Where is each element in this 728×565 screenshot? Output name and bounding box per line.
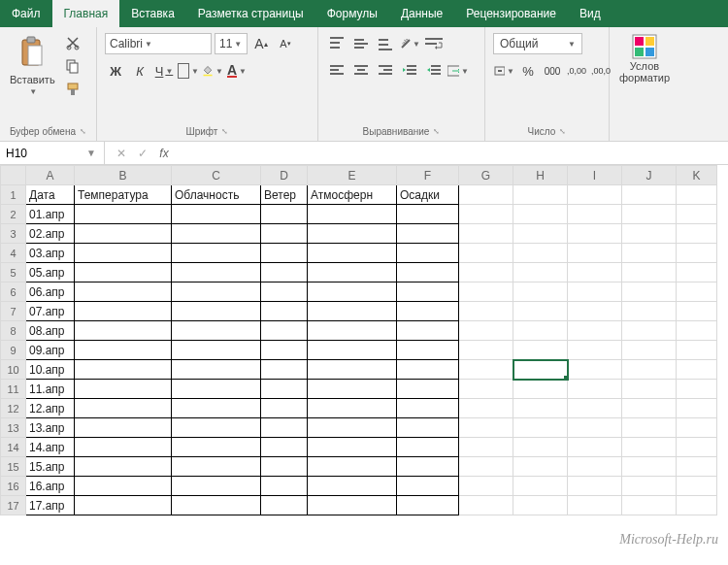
cell-E16[interactable]	[308, 477, 397, 496]
cell-K1[interactable]	[677, 185, 717, 205]
bold-button[interactable]: Ж	[105, 60, 126, 82]
underline-button[interactable]: Ч▼	[153, 60, 175, 82]
cell-J9[interactable]	[622, 341, 677, 360]
cell-I14[interactable]	[568, 438, 622, 457]
column-header-I[interactable]: I	[568, 166, 622, 185]
cell-G3[interactable]	[459, 224, 513, 244]
cell-E1[interactable]: Атмосферн	[308, 185, 397, 205]
cell-E10[interactable]	[308, 360, 397, 380]
cell-F3[interactable]	[397, 224, 459, 244]
cell-K16[interactable]	[677, 477, 717, 496]
cell-E6[interactable]	[308, 282, 397, 302]
tab-review[interactable]: Рецензирование	[454, 0, 568, 27]
row-header-11[interactable]: 11	[1, 380, 26, 399]
cell-K4[interactable]	[677, 244, 717, 263]
cell-G8[interactable]	[459, 321, 513, 341]
cell-C1[interactable]: Облачность	[172, 185, 261, 205]
cell-H12[interactable]	[513, 399, 568, 418]
cell-C2[interactable]	[172, 205, 261, 224]
font-color-button[interactable]: А▼	[226, 60, 248, 82]
cell-B9[interactable]	[75, 341, 172, 360]
cell-A11[interactable]: 11.апр	[26, 380, 75, 399]
cell-K7[interactable]	[677, 302, 717, 321]
row-header-15[interactable]: 15	[1, 457, 26, 477]
cell-A13[interactable]: 13.апр	[26, 418, 75, 438]
comma-format-icon[interactable]: 000	[542, 60, 563, 82]
cell-F14[interactable]	[397, 438, 459, 457]
cell-E4[interactable]	[308, 244, 397, 263]
cell-J6[interactable]	[622, 282, 677, 302]
cell-C8[interactable]	[172, 321, 261, 341]
cell-H6[interactable]	[513, 282, 568, 302]
cell-G4[interactable]	[459, 244, 513, 263]
cell-K5[interactable]	[677, 263, 717, 282]
cell-I2[interactable]	[568, 205, 622, 224]
merge-cells-icon[interactable]: ▼	[447, 60, 469, 82]
cell-C16[interactable]	[172, 477, 261, 496]
align-left-icon[interactable]	[326, 60, 347, 82]
conditional-formatting-label[interactable]: Услов	[630, 60, 659, 72]
cell-B5[interactable]	[75, 263, 172, 282]
cell-C4[interactable]	[172, 244, 261, 263]
cancel-formula-icon[interactable]: ✕	[113, 147, 130, 160]
cell-J2[interactable]	[622, 205, 677, 224]
cell-B7[interactable]	[75, 302, 172, 321]
cell-J4[interactable]	[622, 244, 677, 263]
cell-A17[interactable]: 17.апр	[26, 496, 75, 515]
cell-H5[interactable]	[513, 263, 568, 282]
conditional-formatting-icon[interactable]	[631, 33, 658, 60]
cell-D9[interactable]	[261, 341, 308, 360]
cell-A4[interactable]: 03.апр	[26, 244, 75, 263]
cell-G1[interactable]	[459, 185, 513, 205]
cell-D8[interactable]	[261, 321, 308, 341]
cell-C10[interactable]	[172, 360, 261, 380]
cell-F2[interactable]	[397, 205, 459, 224]
name-box-dropdown[interactable]: ▼	[82, 148, 101, 158]
cell-G17[interactable]	[459, 496, 513, 515]
column-header-C[interactable]: C	[172, 166, 261, 185]
cell-C13[interactable]	[172, 418, 261, 438]
conditional-formatting-label2[interactable]: форматир	[619, 72, 670, 83]
cell-I9[interactable]	[568, 341, 622, 360]
spreadsheet-grid[interactable]: ABCDEFGHIJK1ДатаТемператураОблачностьВет…	[0, 165, 717, 515]
cell-C7[interactable]	[172, 302, 261, 321]
number-dialog-launcher[interactable]: ⤡	[559, 127, 566, 136]
cell-D12[interactable]	[261, 399, 308, 418]
cell-D6[interactable]	[261, 282, 308, 302]
row-header-3[interactable]: 3	[1, 224, 26, 244]
cell-F12[interactable]	[397, 399, 459, 418]
cell-H17[interactable]	[513, 496, 568, 515]
cell-G13[interactable]	[459, 418, 513, 438]
cell-I1[interactable]	[568, 185, 622, 205]
cell-K3[interactable]	[677, 224, 717, 244]
column-header-B[interactable]: B	[75, 166, 172, 185]
cell-F9[interactable]	[397, 341, 459, 360]
formula-input[interactable]	[181, 142, 728, 164]
cell-H8[interactable]	[513, 321, 568, 341]
cell-H9[interactable]	[513, 341, 568, 360]
cell-C3[interactable]	[172, 224, 261, 244]
cell-K10[interactable]	[677, 360, 717, 380]
cell-J8[interactable]	[622, 321, 677, 341]
cell-C5[interactable]	[172, 263, 261, 282]
column-header-E[interactable]: E	[308, 166, 397, 185]
cell-J5[interactable]	[622, 263, 677, 282]
cell-I15[interactable]	[568, 457, 622, 477]
cell-J12[interactable]	[622, 399, 677, 418]
cell-B4[interactable]	[75, 244, 172, 263]
cell-I4[interactable]	[568, 244, 622, 263]
cell-C6[interactable]	[172, 282, 261, 302]
column-header-F[interactable]: F	[397, 166, 459, 185]
cell-A5[interactable]: 05.апр	[26, 263, 75, 282]
enter-formula-icon[interactable]: ✓	[134, 147, 151, 160]
cell-G11[interactable]	[459, 380, 513, 399]
cell-E12[interactable]	[308, 399, 397, 418]
cell-B12[interactable]	[75, 399, 172, 418]
cell-D1[interactable]: Ветер	[261, 185, 308, 205]
row-header-5[interactable]: 5	[1, 263, 26, 282]
cell-K11[interactable]	[677, 380, 717, 399]
column-header-H[interactable]: H	[513, 166, 568, 185]
cell-J14[interactable]	[622, 438, 677, 457]
cell-K14[interactable]	[677, 438, 717, 457]
cell-J15[interactable]	[622, 457, 677, 477]
